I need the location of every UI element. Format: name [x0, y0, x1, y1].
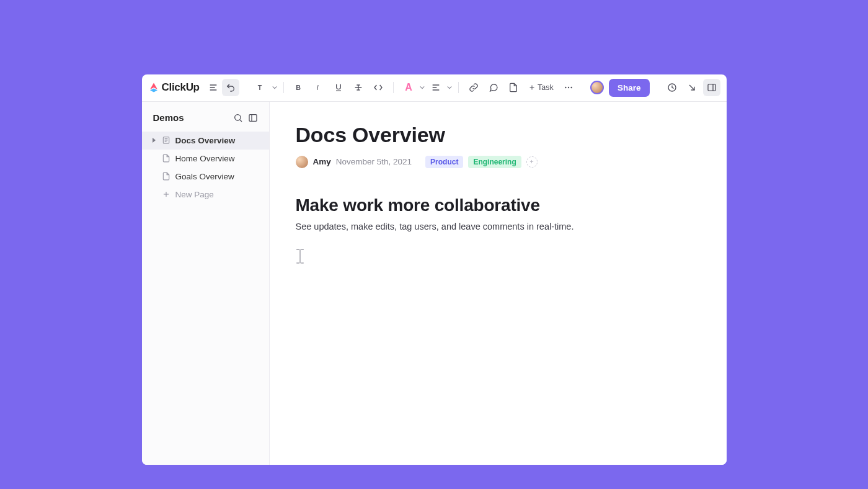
- svg-point-14: [567, 87, 569, 88]
- more-button[interactable]: [560, 79, 577, 96]
- sidebar-item-label: Goals Overview: [175, 172, 262, 181]
- svg-rect-22: [249, 114, 257, 121]
- topbar: ClickUp T B I A: [142, 74, 727, 102]
- text-cursor-icon: [294, 248, 306, 264]
- sidebar-panel-icon[interactable]: [246, 110, 260, 125]
- toolbar-separator: [458, 82, 459, 93]
- document-icon: [162, 172, 170, 181]
- user-avatar[interactable]: [590, 81, 604, 94]
- sidebar-new-page[interactable]: New Page: [142, 186, 269, 204]
- sidebar-item-home-overview[interactable]: Home Overview: [142, 150, 269, 168]
- undo-button[interactable]: [222, 79, 239, 96]
- svg-text:I: I: [317, 84, 319, 91]
- tag-engineering[interactable]: Engineering: [468, 156, 521, 168]
- svg-point-13: [565, 87, 566, 88]
- chevron-down-icon: [447, 85, 452, 90]
- svg-point-15: [570, 87, 572, 88]
- svg-text:T: T: [258, 84, 262, 91]
- search-icon[interactable]: [231, 110, 246, 125]
- svg-text:B: B: [296, 84, 301, 91]
- sidebar-item-label: Docs Overview: [175, 136, 262, 145]
- app-window: ClickUp T B I A: [142, 74, 727, 465]
- svg-rect-18: [708, 84, 715, 91]
- plus-icon: [162, 190, 170, 199]
- panel-toggle-icon[interactable]: [703, 79, 720, 96]
- formatting-toolbar: T B I A Task: [252, 79, 577, 96]
- link-button[interactable]: [465, 79, 482, 96]
- italic-button[interactable]: I: [310, 79, 327, 96]
- sidebar-header: Demos: [142, 102, 269, 132]
- add-tag-button[interactable]: [526, 156, 538, 168]
- sidebar-item-goals-overview[interactable]: Goals Overview: [142, 168, 269, 186]
- document-date: November 5th, 2021: [336, 157, 412, 166]
- attachment-button[interactable]: [505, 79, 522, 96]
- sidebar-title: Demos: [153, 112, 184, 123]
- svg-line-17: [689, 85, 694, 90]
- text-style-dropdown[interactable]: T: [252, 79, 270, 96]
- plus-icon: [529, 159, 534, 164]
- sidebar: Demos Docs Overview Home Overview: [142, 102, 270, 465]
- page-icon: [162, 136, 170, 145]
- author-name: Amy: [313, 157, 331, 166]
- brand-name: ClickUp: [162, 81, 200, 94]
- toolbar-separator: [393, 82, 394, 93]
- document-area[interactable]: Docs Overview Amy November 5th, 2021 Pro…: [270, 102, 727, 465]
- caret-right-icon: [151, 137, 157, 143]
- bold-button[interactable]: B: [290, 79, 308, 96]
- history-icon[interactable]: [663, 79, 681, 96]
- document-paragraph[interactable]: See updates, make edits, tag users, and …: [296, 222, 701, 231]
- tag-product[interactable]: Product: [425, 156, 463, 168]
- toolbar-right: Share: [590, 79, 720, 97]
- sidebar-item-docs-overview[interactable]: Docs Overview: [142, 132, 269, 150]
- download-icon[interactable]: [683, 79, 701, 96]
- code-button[interactable]: [370, 79, 387, 96]
- document-meta: Amy November 5th, 2021 Product Engineeri…: [296, 156, 701, 168]
- menu-icon[interactable]: [205, 79, 222, 96]
- text-color-button[interactable]: A: [400, 79, 417, 96]
- brand-logo[interactable]: ClickUp: [148, 81, 200, 94]
- underline-button[interactable]: [330, 79, 347, 96]
- add-task-button[interactable]: Task: [525, 81, 557, 94]
- svg-point-20: [234, 114, 240, 120]
- document-heading[interactable]: Make work more collaborative: [296, 195, 701, 215]
- comment-button-toolbar[interactable]: [485, 79, 502, 96]
- clickup-logo-icon: [148, 82, 159, 93]
- body: Demos Docs Overview Home Overview: [142, 102, 727, 465]
- chevron-down-icon: [272, 85, 277, 90]
- svg-line-21: [240, 120, 242, 122]
- task-button-label: Task: [538, 83, 554, 92]
- document-title[interactable]: Docs Overview: [296, 123, 701, 147]
- align-button[interactable]: [427, 79, 445, 96]
- chevron-down-icon: [420, 85, 425, 90]
- new-page-label: New Page: [175, 190, 262, 199]
- share-button[interactable]: Share: [609, 79, 650, 97]
- author-avatar[interactable]: [296, 156, 308, 168]
- strikethrough-button[interactable]: [350, 79, 367, 96]
- sidebar-item-label: Home Overview: [175, 154, 262, 163]
- document-icon: [162, 154, 170, 163]
- toolbar-separator: [283, 82, 284, 93]
